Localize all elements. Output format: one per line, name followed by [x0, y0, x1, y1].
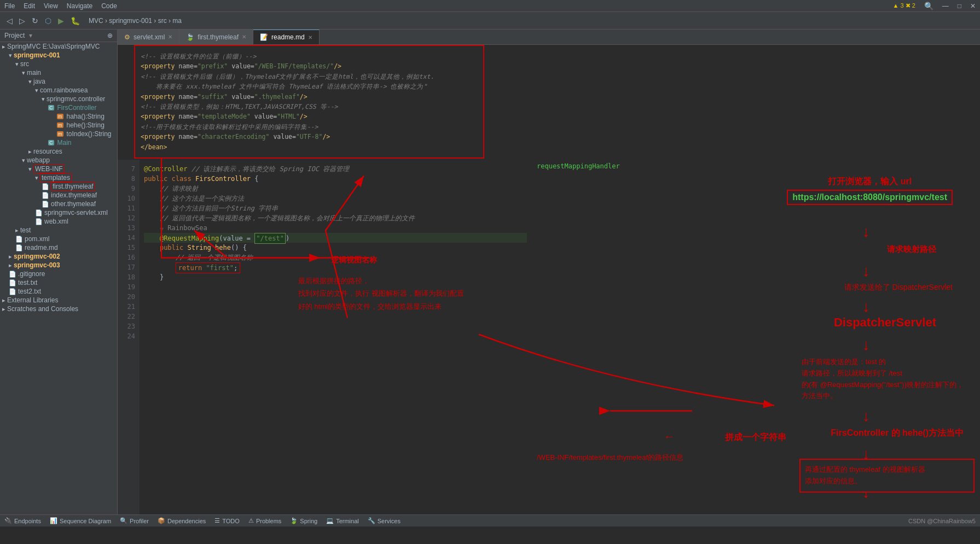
- tree-item-pomxml[interactable]: 📄 pom.xml: [0, 235, 117, 243]
- warning-count[interactable]: ▲ 3 ✖ 2: [892, 2, 915, 9]
- tree-item-testtxt[interactable]: 📄 test.txt: [0, 278, 117, 287]
- dependencies-label: Dependencies: [167, 518, 206, 524]
- line-num-11: 11: [118, 203, 135, 213]
- menu-navigate[interactable]: Navigate: [67, 2, 92, 10]
- maximize-btn[interactable]: □: [958, 2, 961, 10]
- file-icon: 📄: [42, 183, 49, 190]
- tab-readme-md[interactable]: 📝 readme.md ✕: [253, 30, 320, 44]
- line-num-20: 20: [118, 292, 135, 302]
- code-content[interactable]: @Controller // 该注解表示，将该类交给 Spring IOC 容器…: [140, 160, 531, 514]
- tree-item-springmvc002[interactable]: ▸ springmvc-002: [0, 252, 117, 261]
- tab-servlet-xml[interactable]: ⚙ servlet.xml ✕: [118, 30, 179, 44]
- status-endpoints[interactable]: 🔌 Endpoints: [4, 517, 41, 524]
- line-num-15: 15: [118, 243, 135, 253]
- tree-item-index-thymeleaf[interactable]: 📄 index.thymeleaf: [0, 191, 117, 200]
- tree-item-templates[interactable]: ▾ templates: [0, 173, 117, 182]
- build-btn[interactable]: ⬡: [43, 15, 54, 26]
- status-terminal[interactable]: 💻 Terminal: [326, 517, 359, 524]
- code-area: 7 8 9 10 11 12 13 14 15 16 17 18 19 20 2…: [118, 160, 980, 514]
- tree-item-java[interactable]: ▾ java: [0, 77, 117, 86]
- tree-label-testtxt: test.txt: [18, 279, 37, 286]
- menu-file[interactable]: File: [4, 2, 15, 10]
- tree-label-firscontroller: FirsController: [57, 104, 97, 112]
- tree-item-webxml[interactable]: 📄 web.xml: [0, 217, 117, 226]
- tree-item-main[interactable]: ▾ main: [0, 68, 117, 77]
- folder-expand-icon4: ▾: [28, 166, 32, 173]
- thymeleaf-text: 再通过配置的 thymeleaf 的视图解析器 添加对应的信息。: [805, 464, 969, 487]
- tree-item-controller[interactable]: ▾ springmvc.controller: [0, 95, 117, 103]
- tree-item-toindex[interactable]: m toIndex():String: [0, 130, 117, 138]
- status-profiler[interactable]: 🔍 Profiler: [120, 517, 149, 524]
- problems-label: Problems: [256, 518, 281, 524]
- tree-item-firscontroller[interactable]: C FirsController: [0, 103, 117, 112]
- line-num-21: 21: [118, 302, 135, 312]
- tree-label-springmvc001: springmvc-001: [14, 51, 60, 59]
- tree-item-springmvc-root[interactable]: ▸ SpringMVC E:\Java\SpringMVC: [0, 42, 117, 51]
- status-todo[interactable]: ☰ TODO: [214, 517, 240, 524]
- xml-line-9: <property name="characterEncoding" value…: [141, 132, 478, 142]
- because-label: 由于前端发送的是：test 的: [802, 356, 964, 368]
- tree-item-webapp[interactable]: ▾ webapp: [0, 156, 117, 165]
- tree-item-webinf[interactable]: ▾ WEB-INF: [0, 165, 117, 173]
- close-tab-servlet[interactable]: ✕: [168, 34, 172, 40]
- tree-item-springmvc-001[interactable]: ▾ springmvc-001: [0, 51, 117, 60]
- arrow-down-1: ↓: [861, 225, 871, 241]
- search-icon[interactable]: 🔍: [924, 2, 933, 10]
- open-browser-text: 打开浏览器，输入 url https://localhost:8080/spri…: [787, 176, 953, 205]
- tree-label-springmvc002: springmvc-002: [14, 253, 60, 260]
- tree-item-other-thymeleaf[interactable]: 📄 other.thymeleaf: [0, 200, 117, 208]
- tree-item-test2txt[interactable]: 📄 test2.txt: [0, 287, 117, 296]
- arrow-down-5: ↓: [861, 408, 871, 425]
- tree-item-com-rainbowsea[interactable]: ▾ com.rainbowsea: [0, 86, 117, 95]
- tree-item-src[interactable]: ▾ src: [0, 60, 117, 68]
- menu-edit[interactable]: Edit: [24, 2, 35, 10]
- tree-item-readme[interactable]: 📄 readme.md: [0, 243, 117, 252]
- code-line-9: // 请求映射: [144, 184, 527, 194]
- folder-icon15: ▸: [2, 306, 5, 313]
- close-btn[interactable]: ✕: [970, 2, 976, 10]
- run-btn[interactable]: ▶: [56, 15, 66, 26]
- tree-label-other-thymeleaf: other.thymeleaf: [51, 200, 96, 208]
- status-sequence[interactable]: 📊 Sequence Diagram: [50, 517, 111, 524]
- close-tab-first[interactable]: ✕: [242, 34, 246, 40]
- tree-label-ext-libs: External Libraries: [7, 296, 58, 304]
- forward-btn[interactable]: ▷: [17, 15, 27, 26]
- tree-item-haha[interactable]: m haha():String: [0, 112, 117, 121]
- good-html-label: 好的 html的类型的文件，交给浏览器显示出来: [298, 300, 464, 313]
- tree-item-resources[interactable]: ▸ resources: [0, 147, 117, 156]
- debug-btn[interactable]: 🐛: [68, 15, 82, 26]
- close-tab-readme[interactable]: ✕: [308, 34, 312, 40]
- tree-label-first-thymeleaf: first.thymeleaf: [51, 183, 95, 190]
- terminal-label: Terminal: [336, 518, 359, 524]
- menu-code[interactable]: Code: [101, 2, 117, 10]
- url-box: https://localhost:8080/springmvc/test: [787, 190, 953, 205]
- tree-item-gitignore[interactable]: 📄 .gitignore: [0, 270, 117, 278]
- status-spring[interactable]: 🍃 Spring: [290, 517, 317, 524]
- tree-item-servlet-xml[interactable]: 📄 springmvc-servlet.xml: [0, 208, 117, 217]
- status-services[interactable]: 🔧 Services: [368, 517, 401, 524]
- tree-item-hehe[interactable]: m hehe():String: [0, 121, 117, 130]
- tree-item-ext-libs[interactable]: ▸ External Libraries: [0, 296, 117, 305]
- back-btn[interactable]: ◁: [4, 15, 15, 26]
- refresh-btn[interactable]: ↻: [30, 15, 40, 26]
- request-mapping-path-label: 请求映射路径: [887, 244, 936, 255]
- tree-label-springmvc003: springmvc-003: [14, 261, 60, 269]
- tab-first-thymeleaf[interactable]: 🍃 first.thymeleaf ✕: [179, 30, 253, 44]
- status-problems[interactable]: ⚠ Problems: [248, 517, 281, 524]
- method-icon2: m: [57, 122, 63, 128]
- tree-item-first-thymeleaf[interactable]: 📄 first.thymeleaf: [0, 182, 117, 191]
- tree-label-webxml: web.xml: [44, 218, 68, 225]
- because-frontend-box: 由于前端发送的是：test 的 请求路径，所以就映射到了 /test 的(有 @…: [802, 356, 964, 402]
- services-icon: 🔧: [368, 517, 375, 524]
- minimize-btn[interactable]: —: [942, 2, 949, 10]
- menu-view[interactable]: View: [44, 2, 58, 10]
- tree-item-test[interactable]: ▸ test: [0, 226, 117, 235]
- tree-item-main-class[interactable]: C Main: [0, 138, 117, 147]
- status-dependencies[interactable]: 📦 Dependencies: [158, 517, 206, 524]
- tree-item-springmvc003[interactable]: ▸ springmvc-003: [0, 261, 117, 270]
- folder-expand-icon: ▾: [42, 96, 45, 103]
- add-icon[interactable]: ⊕: [107, 32, 113, 39]
- code-line-24: [144, 331, 527, 341]
- tree-item-scratches[interactable]: ▸ Scratches and Consoles: [0, 305, 117, 313]
- folder-icon10: ▸: [9, 262, 12, 269]
